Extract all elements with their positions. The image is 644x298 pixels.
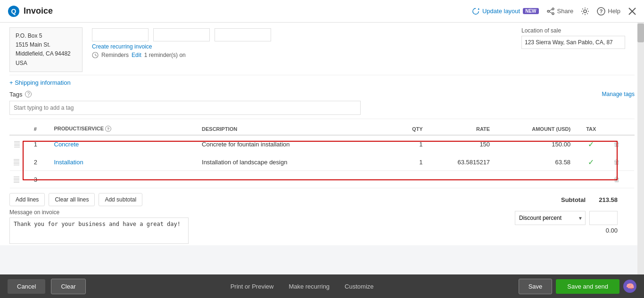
table-row: 1 Concrete Concrete for fountain install… [10,135,634,153]
drag-handle-1[interactable] [14,141,26,147]
svg-point-4 [552,13,554,15]
footer-center-actions: Print or Preview Make recurring Customiz… [91,283,513,290]
product-info-icon[interactable]: ? [105,126,111,132]
customize-button[interactable]: Customize [345,283,373,290]
discount-value-input[interactable] [589,211,618,225]
help-icon: ? [597,7,605,16]
col-header-tax: TAX [574,123,608,136]
settings-button[interactable] [581,7,589,16]
date-field-3[interactable] [215,28,271,41]
drag-handle-cell-1 [10,135,30,153]
update-layout-button[interactable]: Update layout NEW [472,8,539,15]
rate-cell-3[interactable] [427,171,494,188]
message-label: Message on invoice [9,209,189,216]
create-recurring-link[interactable]: Create recurring invoice [92,43,512,50]
tags-input[interactable] [9,101,361,115]
tax-cell-2[interactable]: ✓ [574,153,608,171]
tax-cell-1[interactable]: ✓ [574,135,608,153]
qty-cell-1[interactable]: 1 [386,135,427,153]
shipping-link[interactable]: + Shipping information [9,79,71,86]
tags-section: Tags ? Manage tags [9,88,635,119]
row-num-3: 3 [30,171,50,188]
bottom-section: Message on invoice Thank you for your bu… [9,209,635,245]
description-cell-3[interactable] [198,171,386,188]
svg-line-7 [549,12,552,13]
save-button[interactable]: Save [519,279,553,294]
delete-cell-1: 🗑 [608,135,634,153]
header: Q Invoice Update layout NEW Share ? Help [0,0,644,23]
delete-cell-3: 🗑 [608,171,634,188]
svg-point-5 [547,10,549,12]
subtotal-value: 213.58 [589,196,618,203]
col-header-num: # [30,123,50,136]
footer: Cancel Clear Print or Preview Make recur… [0,274,644,298]
tax-cell-3[interactable] [574,171,608,188]
cancel-button[interactable]: Cancel [8,279,45,294]
print-preview-button[interactable]: Print or Preview [231,283,274,290]
scrollbar[interactable] [637,23,644,274]
close-button[interactable] [628,7,636,16]
drag-handle-3[interactable] [14,177,26,183]
qty-cell-3[interactable] [386,171,427,188]
row-num-1: 1 [30,135,50,153]
discount-type-select[interactable]: Discount percent [515,211,586,225]
tags-label: Tags [9,91,22,98]
discount-row: Discount percent ▼ [515,211,618,225]
col-header-product: PRODUCT/SERVICE ? [50,123,198,136]
rate-cell-2[interactable]: 63.5815217 [427,153,494,171]
product-cell-3[interactable] [50,171,198,188]
tags-header: Tags ? Manage tags [9,91,635,98]
col-header-qty: QTY [386,123,427,136]
clear-button[interactable]: Clear [51,279,85,294]
col-header-rate: RATE [427,123,494,136]
save-and-send-button[interactable]: Save and send [556,279,619,294]
invoice-table-container: # PRODUCT/SERVICE ? DESCRIPTION QTY RATE… [9,123,635,189]
reminders-label: Reminders [101,52,129,58]
manage-tags-link[interactable]: Manage tags [602,91,635,97]
col-header-drag [10,123,30,136]
product-cell-1[interactable]: Concrete [50,135,198,153]
delete-row-1-button[interactable]: 🗑 [611,139,622,149]
add-subtotal-button[interactable]: Add subtotal [99,193,142,206]
date-fields [92,28,512,41]
message-textarea[interactable]: Thank you for your business and have a g… [9,217,189,244]
make-recurring-button[interactable]: Make recurring [289,283,330,290]
invoice-table: # PRODUCT/SERVICE ? DESCRIPTION QTY RATE… [9,123,635,189]
footer-right: Save Save and send 🧠 [519,279,636,294]
new-badge: NEW [523,8,538,14]
description-cell-1[interactable]: Concrete for fountain installation [198,135,386,153]
help-button[interactable]: ? Help [597,7,620,16]
header-actions: Update layout NEW Share ? Help [472,7,636,16]
col-header-amount: AMOUNT (USD) [494,123,574,136]
reminders-edit-link[interactable]: Edit [132,52,141,58]
table-row: 2 Installation Installation of landscape… [10,153,634,171]
qty-cell-2[interactable]: 1 [386,153,427,171]
middle-section: Create recurring invoice Reminders Edit … [92,27,512,72]
refresh-icon [472,8,479,15]
address-box: P.O. Box 5 1515 Main St. Middlefield, CA… [9,27,83,72]
ai-brain-icon[interactable]: 🧠 [623,280,636,293]
share-button[interactable]: Share [546,7,574,16]
delete-row-2-button[interactable]: 🗑 [611,157,622,167]
amount-cell-1: 150.00 [494,135,574,153]
clear-all-lines-button[interactable]: Clear all lines [49,193,95,206]
subtotal-label: Subtotal [561,196,586,203]
amount-cell-2: 63.58 [494,153,574,171]
description-cell-2[interactable]: Installation of landscape design [198,153,386,171]
col-header-del [608,123,634,136]
tags-info-icon[interactable]: ? [25,91,32,97]
drag-handle-cell-2 [10,153,30,171]
discount-total: 0.00 [606,227,618,234]
date-field-2[interactable] [153,28,210,41]
location-input[interactable]: 123 Sierra Way, San Pablo, CA, 87 [521,36,625,49]
date-field-1[interactable] [92,28,149,41]
add-lines-button[interactable]: Add lines [9,193,45,206]
product-cell-2[interactable]: Installation [50,153,198,171]
gear-icon [581,7,589,16]
table-header: # PRODUCT/SERVICE ? DESCRIPTION QTY RATE… [10,123,634,136]
col-header-desc: DESCRIPTION [198,123,386,136]
delete-row-3-button[interactable]: 🗑 [611,175,622,184]
rate-cell-1[interactable]: 150 [427,135,494,153]
drag-handle-2[interactable] [14,159,26,165]
clock-icon [92,52,99,58]
